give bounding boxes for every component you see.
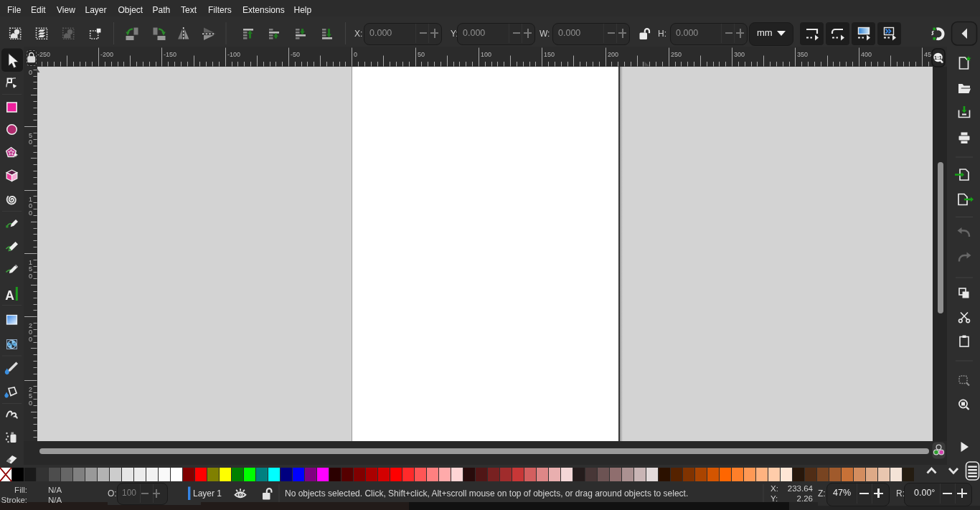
svg-text:5: 5 — [29, 265, 32, 273]
svg-text:-100: -100 — [227, 51, 240, 58]
svg-text:1: 1 — [29, 196, 32, 203]
svg-text:0: 0 — [29, 273, 32, 280]
svg-text:300: 300 — [734, 51, 745, 58]
svg-text:-50: -50 — [291, 51, 300, 58]
svg-text:2: 2 — [29, 386, 32, 393]
svg-text:-150: -150 — [164, 51, 176, 58]
svg-text:5: 5 — [29, 132, 32, 139]
svg-text:0: 0 — [29, 209, 32, 217]
svg-text:-250: -250 — [37, 51, 50, 58]
svg-text:0: 0 — [29, 202, 32, 209]
svg-text:250: 250 — [671, 51, 682, 58]
svg-text:5: 5 — [29, 392, 32, 400]
svg-text:A: A — [5, 288, 14, 303]
svg-text:0: 0 — [29, 329, 32, 336]
svg-text:400: 400 — [861, 51, 872, 58]
svg-text:200: 200 — [608, 51, 618, 58]
svg-text:0: 0 — [29, 69, 32, 76]
svg-text:1: 1 — [29, 259, 32, 266]
svg-text:0: 0 — [29, 400, 32, 407]
svg-text:50: 50 — [418, 51, 425, 58]
svg-text:0: 0 — [29, 336, 32, 343]
svg-text:1:1: 1:1 — [934, 55, 942, 61]
svg-text:0: 0 — [354, 51, 357, 58]
svg-text:2: 2 — [29, 322, 32, 329]
svg-text:-200: -200 — [100, 51, 113, 58]
svg-text:350: 350 — [797, 51, 808, 58]
svg-text:150: 150 — [544, 51, 555, 58]
svg-text:100: 100 — [481, 51, 491, 58]
svg-text:0: 0 — [29, 138, 32, 146]
